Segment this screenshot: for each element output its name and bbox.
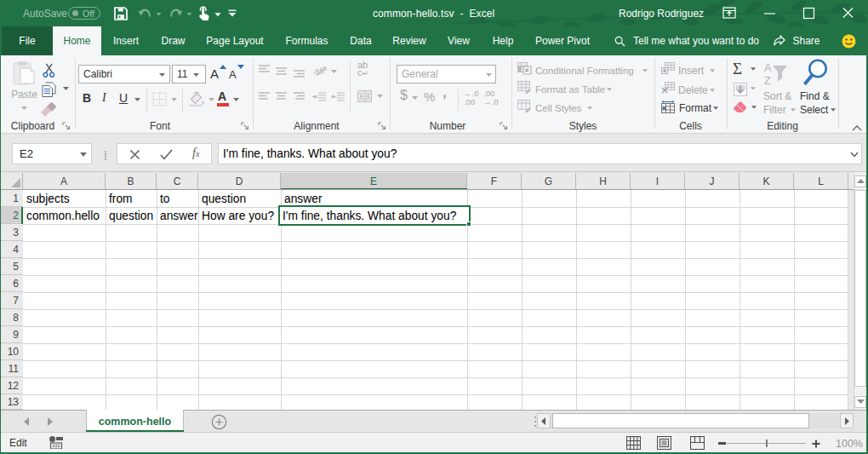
svg-text:≠: ≠ [525,66,529,74]
